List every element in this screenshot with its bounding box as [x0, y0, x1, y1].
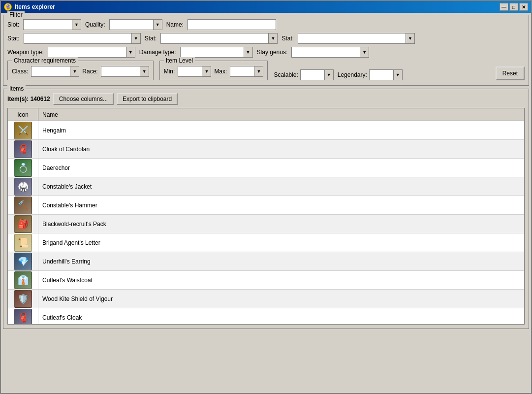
table-row[interactable]: 🛡️Wood Kite Shield of Vigour — [8, 290, 524, 308]
cell-name: Constable's Hammer — [38, 202, 524, 209]
stat1-combo: ▼ — [24, 33, 141, 44]
min-dropdown-btn[interactable]: ▼ — [202, 66, 211, 77]
close-button[interactable]: ✕ — [519, 3, 528, 11]
col-name-header: Name — [38, 108, 524, 121]
quality-dropdown-btn[interactable]: ▼ — [154, 19, 162, 30]
stat2-input[interactable] — [160, 33, 269, 44]
cell-icon: 💎 — [8, 252, 38, 270]
cell-icon: 🥋 — [8, 177, 38, 196]
min-input[interactable] — [178, 66, 202, 77]
max-input[interactable] — [230, 66, 254, 77]
cell-name: Brigand Agent's Letter — [38, 239, 524, 246]
cell-name: Constable's Jacket — [38, 183, 524, 190]
cell-icon: ⚔️ — [8, 121, 38, 139]
stat1-dropdown-btn[interactable]: ▼ — [132, 33, 141, 44]
main-window: 🔮 Items explorer — □ ✕ Filter Slot: (all… — [0, 0, 532, 394]
items-table: Icon Name ⚔️Hengaim🧣Cloak of Cardolan💍Da… — [7, 108, 525, 325]
quality-label: Quality: — [85, 21, 105, 28]
stat1-label: Stat: — [7, 35, 20, 42]
maximize-button[interactable]: □ — [509, 3, 518, 11]
filter-row-4: Character requirements Class: ▼ Race: ▼ — [7, 61, 525, 80]
cell-name: Wood Kite Shield of Vigour — [38, 296, 524, 302]
item-icon: 🧣 — [14, 309, 32, 325]
cell-icon: 📜 — [8, 233, 38, 252]
class-dropdown-btn[interactable]: ▼ — [70, 66, 79, 77]
item-icon: 🛡️ — [14, 290, 32, 308]
cell-icon: 🛡️ — [8, 290, 38, 308]
stat2-label: Stat: — [145, 35, 157, 42]
filter-row-1: Slot: (all) ▼ Quality: ▼ Name: — [7, 19, 525, 30]
damage-type-dropdown-btn[interactable]: ▼ — [244, 47, 253, 58]
slot-input[interactable]: (all) — [23, 19, 72, 30]
reset-button[interactable]: Reset — [496, 66, 525, 80]
export-button[interactable]: Export to clipboard — [117, 93, 178, 105]
title-bar-left: 🔮 Items explorer — [4, 3, 55, 11]
minimize-button[interactable]: — — [500, 3, 508, 11]
cell-icon: 🧣 — [8, 140, 38, 158]
quality-input[interactable] — [109, 19, 154, 30]
weapon-type-dropdown-btn[interactable]: ▼ — [126, 47, 135, 58]
filter-group: Filter Slot: (all) ▼ Quality: ▼ Name: St… — [3, 15, 529, 86]
scalable-label: Scalable: — [274, 71, 298, 78]
filter-group-label: Filter — [7, 11, 25, 18]
damage-type-input[interactable] — [180, 47, 244, 58]
scalable-section: Scalable: Both ▼ — [274, 69, 333, 80]
table-row[interactable]: 💍Daerechor — [8, 159, 524, 177]
scalable-dropdown-btn[interactable]: ▼ — [325, 69, 334, 80]
legendary-dropdown-btn[interactable]: ▼ — [394, 69, 403, 80]
class-input[interactable] — [31, 66, 70, 77]
table-row[interactable]: 🧣Cloak of Cardolan — [8, 140, 524, 159]
title-buttons: — □ ✕ — [500, 3, 528, 11]
char-req-label: Character requirements — [12, 57, 78, 64]
slay-genus-input[interactable] — [291, 47, 360, 58]
filter-row-2: Stat: ▼ Stat: ▼ Stat: ▼ — [7, 33, 525, 44]
table-row[interactable]: 🎒Blackwold-recruit's Pack — [8, 215, 524, 233]
table-row[interactable]: 💎Underhill's Earring — [8, 252, 524, 271]
table-row[interactable]: 🔨Constable's Hammer — [8, 196, 524, 215]
item-icon: 🧣 — [14, 140, 32, 158]
table-row[interactable]: 🥋Constable's Jacket — [8, 177, 524, 196]
slot-label: Slot: — [7, 21, 19, 28]
slay-genus-dropdown-btn[interactable]: ▼ — [360, 47, 369, 58]
stat2-dropdown-btn[interactable]: ▼ — [269, 33, 278, 44]
table-row[interactable]: ⚔️Hengaim — [8, 121, 524, 140]
cell-name: Underhill's Earring — [38, 258, 524, 265]
slot-dropdown-btn[interactable]: ▼ — [72, 19, 81, 30]
max-dropdown-btn[interactable]: ▼ — [254, 66, 263, 77]
slot-combo: (all) ▼ — [23, 19, 81, 30]
race-label: Race: — [82, 68, 97, 75]
items-table-body[interactable]: ⚔️Hengaim🧣Cloak of Cardolan💍Daerechor🥋Co… — [8, 121, 524, 324]
cell-name: Cutleaf's Waistcoat — [38, 277, 524, 284]
name-label: Name: — [166, 21, 184, 28]
item-icon: 🥋 — [14, 178, 32, 196]
items-toolbar: Item(s): 140612 Choose columns... Export… — [7, 93, 525, 105]
cell-icon: 👔 — [8, 271, 38, 289]
race-combo: ▼ — [101, 66, 149, 77]
slay-genus-label: Slay genus: — [257, 49, 288, 56]
race-input[interactable] — [101, 66, 140, 77]
legendary-input[interactable] — [369, 69, 394, 80]
scalable-combo: Both ▼ — [300, 69, 334, 80]
stat3-input[interactable] — [298, 33, 406, 44]
item-icon: ⚔️ — [14, 122, 32, 139]
damage-type-combo: ▼ — [180, 47, 253, 58]
choose-columns-button[interactable]: Choose columns... — [53, 93, 114, 105]
table-row[interactable]: 👔Cutleaf's Waistcoat — [8, 271, 524, 290]
stat2-combo: ▼ — [160, 33, 278, 44]
weapon-type-input[interactable] — [48, 47, 126, 58]
name-input[interactable] — [188, 19, 276, 30]
stat3-label: Stat: — [282, 35, 294, 42]
scalable-input[interactable]: Both — [300, 69, 325, 80]
class-label: Class: — [12, 68, 28, 75]
cell-name: Daerechor — [38, 164, 524, 171]
table-row[interactable]: 📜Brigand Agent's Letter — [8, 233, 524, 252]
stat3-dropdown-btn[interactable]: ▼ — [406, 33, 415, 44]
cell-icon: 🔨 — [8, 196, 38, 214]
stat1-input[interactable] — [24, 33, 132, 44]
table-row[interactable]: 🧣Cutleaf's Cloak — [8, 308, 524, 324]
content-area: Filter Slot: (all) ▼ Quality: ▼ Name: St… — [1, 13, 531, 331]
char-req-group: Character requirements Class: ▼ Race: ▼ — [7, 61, 154, 80]
col-icon-header: Icon — [8, 108, 38, 121]
items-group: Items Item(s): 140612 Choose columns... … — [3, 89, 529, 329]
race-dropdown-btn[interactable]: ▼ — [140, 66, 149, 77]
